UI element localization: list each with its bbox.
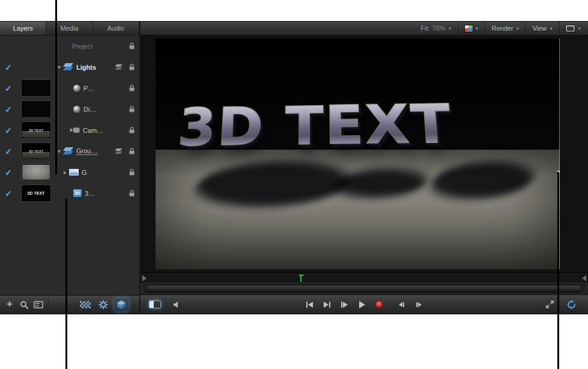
lock-icon[interactable] bbox=[129, 190, 135, 197]
lock-cell[interactable] bbox=[124, 64, 139, 70]
view-dropdown[interactable]: View ▼ bbox=[529, 22, 556, 35]
list-options-button[interactable] bbox=[31, 298, 46, 311]
go-to-end-button[interactable] bbox=[321, 299, 333, 311]
activation-cell[interactable]: ✓ bbox=[0, 105, 17, 114]
layer-thumbnail[interactable]: 3D TEXT bbox=[22, 185, 50, 201]
play-button[interactable] bbox=[356, 299, 368, 311]
layers-list: Project✓▾Lights✓P…✓Di…✓3D TEXTCam…✓3D TE… bbox=[0, 35, 139, 295]
checkmark-icon[interactable]: ✓ bbox=[5, 84, 12, 93]
search-icon bbox=[20, 300, 28, 309]
checkmark-icon[interactable]: ✓ bbox=[5, 147, 12, 156]
layer-thumbnail[interactable]: 3D TEXT bbox=[22, 122, 50, 138]
lock-cell[interactable] bbox=[124, 106, 139, 112]
panel-toggle-icon bbox=[149, 300, 161, 308]
checkmark-icon[interactable]: ✓ bbox=[5, 126, 12, 135]
record-icon bbox=[375, 300, 383, 308]
add-object-button[interactable]: + bbox=[2, 298, 17, 311]
thumbnail-cell: 3D TEXT bbox=[17, 143, 55, 159]
checkmark-icon[interactable]: ✓ bbox=[5, 105, 12, 114]
lock-cell[interactable] bbox=[124, 127, 139, 133]
layer-row-cam[interactable]: ✓3D TEXTCam… bbox=[0, 120, 139, 141]
lock-icon[interactable] bbox=[129, 127, 135, 133]
loop-playback-button[interactable] bbox=[565, 299, 577, 311]
chevron-down-icon: ▼ bbox=[475, 26, 479, 31]
layer-row-project[interactable]: Project bbox=[0, 35, 139, 56]
project-pane-toggle-button[interactable] bbox=[149, 299, 161, 311]
tab-media[interactable]: Media bbox=[46, 22, 92, 35]
lock-cell[interactable] bbox=[124, 43, 139, 49]
lock-icon[interactable] bbox=[129, 85, 135, 91]
layer-row-lights[interactable]: ✓▾Lights bbox=[0, 56, 139, 78]
lock-cell[interactable] bbox=[124, 85, 139, 91]
lock-icon[interactable] bbox=[129, 64, 135, 70]
tab-audio[interactable]: Audio bbox=[93, 22, 139, 35]
chevron-down-icon: ▼ bbox=[577, 26, 581, 31]
settings-gear-button[interactable] bbox=[96, 298, 111, 311]
badge-cell bbox=[114, 64, 124, 70]
transparency-grid-button[interactable] bbox=[78, 298, 92, 311]
go-to-start-button[interactable] bbox=[304, 299, 316, 311]
disclosure-triangle-icon[interactable]: ▾ bbox=[58, 148, 61, 154]
image-icon bbox=[69, 169, 79, 175]
timeline-out-marker-icon[interactable] bbox=[582, 275, 586, 281]
layer-thumbnail[interactable] bbox=[22, 101, 50, 117]
layer-name: Lights bbox=[76, 64, 96, 71]
3d-text-object[interactable]: 3D TEXT bbox=[176, 98, 454, 154]
display-layout-dropdown[interactable]: ▼ bbox=[563, 22, 584, 35]
checkerboard-icon bbox=[80, 301, 91, 308]
layer-thumbnail[interactable]: 3D TEXT bbox=[22, 143, 50, 159]
color-channels-dropdown[interactable]: ▼ bbox=[462, 22, 482, 35]
render-dropdown[interactable]: Render ▼ bbox=[488, 22, 523, 35]
pane-tabbar: Layers Media Audio bbox=[0, 22, 139, 35]
activation-cell[interactable]: ✓ bbox=[0, 189, 17, 198]
playhead[interactable] bbox=[299, 274, 304, 282]
fit-dropdown[interactable]: Fit: 76% ▼ bbox=[417, 22, 455, 35]
lock-icon[interactable] bbox=[129, 169, 135, 175]
record-button[interactable] bbox=[374, 299, 386, 311]
activation-cell[interactable]: ✓ bbox=[0, 147, 17, 156]
lock-cell[interactable] bbox=[124, 190, 139, 197]
3d-objects-button[interactable] bbox=[114, 298, 129, 311]
canvas-pane: Fit: 76% ▼ ▼ Render ▼ View ▼ bbox=[141, 22, 588, 314]
layer-row-grou[interactable]: ✓3D TEXT▾Grou… bbox=[0, 141, 139, 162]
lock-icon[interactable] bbox=[129, 106, 135, 112]
layer-row-di[interactable]: ✓Di… bbox=[0, 99, 139, 120]
lock-cell[interactable] bbox=[124, 169, 139, 175]
play-from-start-button[interactable] bbox=[339, 299, 351, 311]
lock-icon[interactable] bbox=[129, 43, 135, 49]
thumbnail-cell bbox=[17, 164, 55, 180]
layer-row-g[interactable]: ✓▸G bbox=[0, 162, 139, 183]
motion-window: Layers Media Audio Project✓▾Lights✓P…✓Di… bbox=[0, 22, 588, 314]
layer-row-3[interactable]: ✓3D TEXT3D3… bbox=[0, 183, 139, 204]
step-forward-button[interactable] bbox=[413, 299, 425, 311]
mini-timeline[interactable] bbox=[141, 272, 588, 282]
mini-layers-icon bbox=[115, 64, 123, 70]
disclosure-triangle-icon[interactable]: ▾ bbox=[58, 64, 61, 70]
activation-cell[interactable]: ✓ bbox=[0, 168, 17, 177]
layer-row-p[interactable]: ✓P… bbox=[0, 78, 139, 99]
loop-icon bbox=[566, 300, 577, 310]
disclosure-triangle-icon[interactable]: ▸ bbox=[64, 169, 67, 175]
lock-icon[interactable] bbox=[129, 148, 135, 154]
checkmark-icon[interactable]: ✓ bbox=[5, 168, 12, 177]
light-icon bbox=[73, 85, 80, 92]
timeline-scrubber[interactable] bbox=[145, 285, 582, 293]
checkmark-icon[interactable]: ✓ bbox=[5, 63, 12, 72]
activation-cell[interactable]: ✓ bbox=[0, 63, 17, 72]
activation-cell[interactable]: ✓ bbox=[0, 84, 17, 93]
canvas-area[interactable]: 3D TEXT bbox=[141, 35, 588, 272]
audio-mute-button[interactable] bbox=[171, 299, 183, 311]
viewport[interactable]: 3D TEXT bbox=[156, 38, 560, 269]
thumbnail-cell bbox=[17, 80, 55, 96]
toolbar-divider bbox=[48, 299, 49, 310]
checkmark-icon[interactable]: ✓ bbox=[5, 189, 12, 198]
activation-cell[interactable]: ✓ bbox=[0, 126, 17, 135]
fullscreen-button[interactable] bbox=[544, 299, 556, 311]
lock-cell[interactable] bbox=[124, 148, 139, 154]
layer-thumbnail[interactable] bbox=[22, 164, 50, 180]
step-back-button[interactable] bbox=[396, 299, 408, 311]
tab-layers[interactable]: Layers bbox=[0, 22, 46, 35]
search-button[interactable] bbox=[17, 298, 31, 311]
layer-thumbnail[interactable] bbox=[22, 80, 50, 96]
timeline-in-marker-icon[interactable] bbox=[142, 275, 147, 281]
